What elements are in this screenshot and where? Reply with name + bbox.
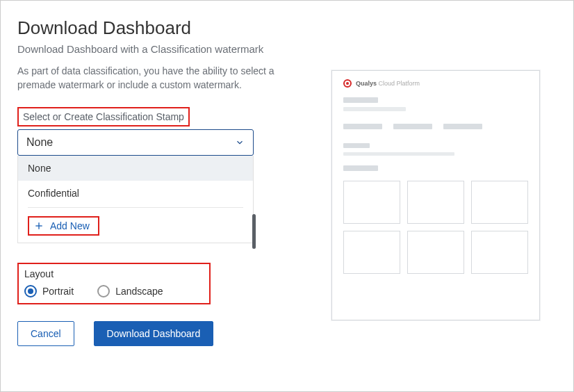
stamp-label-highlight: Select or Create Classification Stamp xyxy=(17,107,190,126)
download-dashboard-dialog: Download Dashboard Download Dashboard wi… xyxy=(0,0,574,392)
stamp-select[interactable]: None xyxy=(17,129,254,156)
plus-icon xyxy=(33,220,44,231)
layout-radio-landscape[interactable]: Landscape xyxy=(97,285,163,297)
placeholder xyxy=(343,143,370,148)
stamp-section-label: Select or Create Classification Stamp xyxy=(23,111,184,122)
placeholder xyxy=(343,152,454,156)
preview-card xyxy=(343,231,400,274)
layout-section-highlight: Layout Portrait Landscape xyxy=(17,263,211,304)
brand-name: Qualys xyxy=(356,80,377,87)
dialog-subtitle: Download Dashboard with a Classification… xyxy=(17,43,316,55)
radio-icon-checked xyxy=(24,285,37,297)
dropdown-divider xyxy=(28,207,243,208)
stamp-dropdown: None Confidential Add New xyxy=(17,156,254,243)
placeholder xyxy=(393,124,432,129)
placeholder xyxy=(343,107,406,111)
placeholder xyxy=(343,165,378,171)
cancel-button[interactable]: Cancel xyxy=(17,321,74,346)
placeholder xyxy=(343,124,382,129)
stamp-option-confidential[interactable]: Confidential xyxy=(18,181,253,206)
dialog-description: As part of data classification, you have… xyxy=(17,65,309,92)
preview-panel: Qualys Cloud Platform xyxy=(331,70,554,320)
add-new-stamp-button[interactable]: Add New xyxy=(28,216,99,236)
dropdown-scrollbar[interactable] xyxy=(252,214,256,249)
preview-card xyxy=(471,231,528,274)
brand-sub: Cloud Platform xyxy=(379,80,420,87)
layout-label: Layout xyxy=(24,268,202,279)
chevron-down-icon xyxy=(235,138,245,147)
preview-card xyxy=(407,181,464,224)
radio-icon-unchecked xyxy=(97,285,110,297)
preview-card xyxy=(407,231,464,274)
placeholder xyxy=(443,124,482,129)
preview-card xyxy=(343,181,400,224)
stamp-select-value: None xyxy=(26,136,53,149)
stamp-option-none[interactable]: None xyxy=(18,156,253,181)
preview-card xyxy=(471,181,528,224)
dialog-title: Download Dashboard xyxy=(17,17,316,39)
layout-option-landscape: Landscape xyxy=(115,286,163,297)
preview-brand: Qualys Cloud Platform xyxy=(343,79,528,88)
placeholder xyxy=(343,97,378,103)
layout-radio-portrait[interactable]: Portrait xyxy=(24,285,74,297)
download-button[interactable]: Download Dashboard xyxy=(94,321,214,346)
add-new-label: Add New xyxy=(50,220,90,231)
layout-option-portrait: Portrait xyxy=(42,286,74,297)
brand-logo-icon xyxy=(343,79,352,88)
